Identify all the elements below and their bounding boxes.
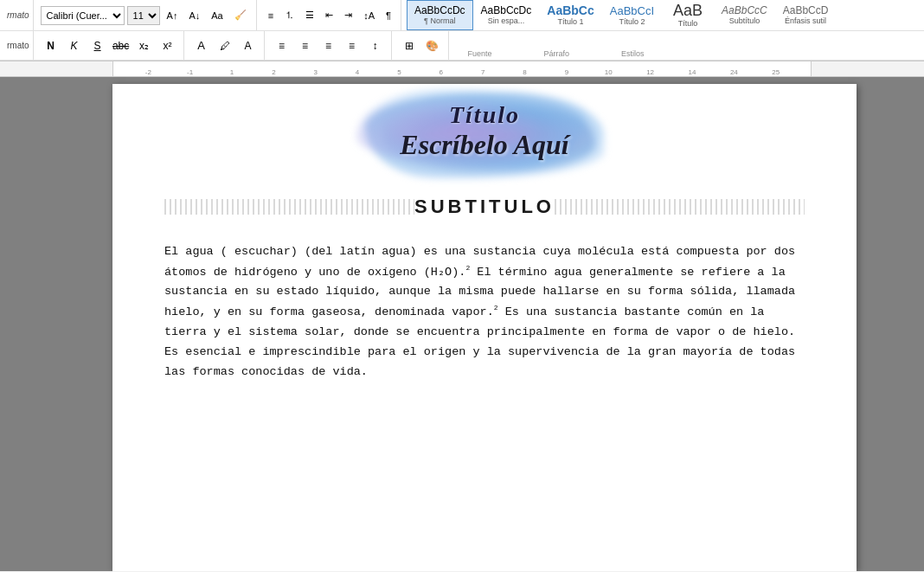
font-shrink-button[interactable]: A↓ (184, 6, 204, 25)
font-family-select[interactable]: Calibri (Cuer... (41, 6, 125, 25)
subtitle-text: SUBTITULO (414, 196, 555, 218)
parrafo-label: Párrafo (544, 49, 570, 58)
fuente-label: Fuente (468, 49, 492, 58)
ruler-tick: 7 (481, 68, 484, 76)
format-label-2: rmato (7, 41, 29, 50)
titulo-text: Título (400, 101, 568, 129)
escribelo-text: Escríbelo Aquí (400, 129, 568, 161)
subtitle-left-decor (164, 199, 414, 215)
estilos-label: Estilos (621, 49, 645, 58)
ruler-track: -2 -1 1 2 3 4 5 6 7 8 9 10 12 14 24 25 (112, 61, 812, 76)
watercolor-container: Título Escríbelo Aquí (365, 93, 603, 178)
ruler-tick: 6 (440, 68, 443, 76)
paragraph-group: ≡ ⒈ ☰ ⇤ ⇥ ↕A ¶ (259, 0, 401, 30)
ruler-tick: 4 (356, 68, 359, 76)
style-enfasis-sutil[interactable]: AaBbCcD Énfasis sutil (775, 0, 837, 30)
subtitle-wrapper: SUBTITULO (164, 196, 805, 218)
ruler-tick: -1 (187, 68, 193, 76)
text-color-button[interactable]: A (238, 35, 259, 56)
ribbon-row2: rmato N K S abc x₂ x² A 🖊 A ≡ ≡ ≡ ≡ ↕ ⊞ … (0, 31, 924, 61)
line-spacing-button[interactable]: ↕ (365, 35, 386, 56)
right-margin (857, 77, 924, 571)
ruler-tick: 3 (314, 68, 318, 76)
align-left-button[interactable]: ≡ (272, 35, 292, 56)
border-group: ⊞ 🎨 (394, 31, 449, 60)
font-size-select[interactable]: 11 (127, 6, 160, 25)
ruler-tick: 14 (689, 68, 696, 76)
multilevel-button[interactable]: ☰ (301, 6, 318, 25)
borders-button[interactable]: ⊞ (399, 35, 420, 56)
style-titulo1[interactable]: AaBbCc Título 1 (539, 0, 601, 30)
format-left-label: rmato (3, 31, 34, 60)
color-group: A 🖊 A (186, 31, 265, 60)
clear-format-button[interactable]: 🧹 (230, 6, 251, 25)
numbering-button[interactable]: ⒈ (280, 6, 298, 25)
ruler-tick: 1 (230, 68, 234, 76)
ruler-tick: 9 (565, 68, 568, 76)
text-format-group: N K S abc x₂ x² (35, 31, 184, 60)
justify-button[interactable]: ≡ (342, 35, 363, 56)
highlight-button[interactable]: 🖊 (215, 35, 235, 56)
italic-button[interactable]: K (64, 35, 85, 56)
font-grow-button[interactable]: A↑ (163, 6, 183, 25)
ribbon: rmato Calibri (Cuer... 11 A↑ A↓ Aa 🧹 ≡ ⒈… (0, 0, 924, 61)
strikethrough-button[interactable]: abc (111, 35, 132, 56)
subscript-button[interactable]: x₂ (134, 35, 155, 56)
superscript-button[interactable]: x² (157, 35, 178, 56)
ruler-tick: 5 (397, 68, 401, 76)
styles-gallery: AaBbCcDc ¶ Normal AaBbCcDc Sin espa... A… (403, 0, 921, 30)
format-label: rmato (3, 0, 34, 30)
style-titulo[interactable]: AaB Título (662, 0, 714, 30)
ruler: -2 -1 1 2 3 4 5 6 7 8 9 10 12 14 24 25 (0, 61, 924, 77)
title-section: Título Escríbelo Aquí (164, 93, 805, 178)
ruler-tick: 12 (646, 68, 654, 76)
subtitle-right-decor (555, 199, 805, 215)
document-area: Título Escríbelo Aquí SUBTITULO El agua … (0, 77, 924, 571)
align-center-button[interactable]: ≡ (295, 35, 316, 56)
underline-button[interactable]: S (87, 35, 108, 56)
ruler-tick: 25 (772, 68, 780, 76)
font-group: Calibri (Cuer... 11 A↑ A↓ Aa 🧹 (35, 0, 257, 30)
sort-button[interactable]: ↕A (359, 6, 379, 25)
style-normal[interactable]: AaBbCcDc ¶ Normal (407, 0, 473, 30)
left-margin (0, 77, 112, 571)
font-case-button[interactable]: Aa (207, 6, 227, 25)
shading-button[interactable]: 🎨 (422, 35, 443, 56)
pilcrow-button[interactable]: ¶ (382, 6, 395, 25)
ribbon-group-labels: Fuente Párrafo Estilos (451, 31, 662, 60)
align-right-button[interactable]: ≡ (318, 35, 339, 56)
bullets-button[interactable]: ≡ (264, 6, 278, 25)
decrease-indent-button[interactable]: ⇤ (321, 6, 337, 25)
page[interactable]: Título Escríbelo Aquí SUBTITULO El agua … (112, 84, 857, 571)
increase-indent-button[interactable]: ⇥ (340, 6, 356, 25)
bold-button[interactable]: N (41, 35, 61, 56)
ruler-tick: 24 (730, 68, 738, 76)
ruler-tick: -2 (145, 68, 151, 76)
ruler-tick: 8 (523, 68, 526, 76)
ribbon-row1: rmato Calibri (Cuer... 11 A↑ A↓ Aa 🧹 ≡ ⒈… (0, 0, 924, 31)
font-color-button[interactable]: A (191, 35, 212, 56)
align-group: ≡ ≡ ≡ ≡ ↕ (266, 31, 392, 60)
body-text[interactable]: El agua ( escuchar) (del latín agua) es … (164, 242, 805, 382)
style-sin-espa[interactable]: AaBbCcDc Sin espa... (473, 0, 540, 30)
style-subtitulo[interactable]: AaBbCcC Subtítulo (714, 0, 775, 30)
style-titulo2[interactable]: AaBbCcI Título 2 (602, 0, 662, 30)
ruler-tick: 10 (605, 68, 613, 76)
ruler-tick: 2 (272, 68, 275, 76)
